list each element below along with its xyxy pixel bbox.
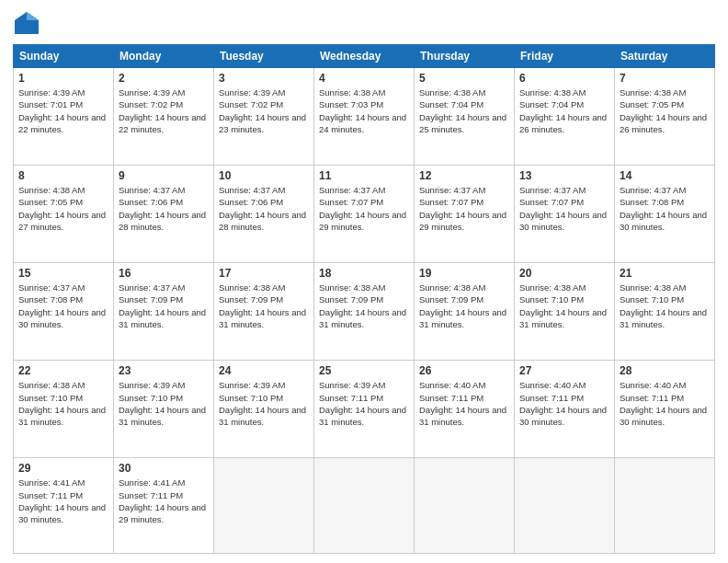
calendar-header-sunday: Sunday: [14, 45, 114, 68]
day-info: Sunrise: 4:39 AMSunset: 7:02 PMDaylight:…: [219, 86, 309, 135]
day-number: 21: [620, 267, 710, 280]
calendar-cell: 28Sunrise: 4:40 AMSunset: 7:11 PMDayligh…: [615, 361, 715, 458]
calendar-cell: 21Sunrise: 4:38 AMSunset: 7:10 PMDayligh…: [615, 263, 715, 361]
day-number: 19: [419, 267, 509, 280]
calendar-cell: 1Sunrise: 4:39 AMSunset: 7:01 PMDaylight…: [14, 68, 114, 166]
day-info: Sunrise: 4:39 AMSunset: 7:02 PMDaylight:…: [119, 86, 209, 135]
day-info: Sunrise: 4:41 AMSunset: 7:11 PMDaylight:…: [18, 477, 108, 525]
calendar-cell: 25Sunrise: 4:39 AMSunset: 7:11 PMDayligh…: [314, 361, 415, 458]
calendar-table: SundayMondayTuesdayWednesdayThursdayFrid…: [13, 44, 715, 554]
day-info: Sunrise: 4:38 AMSunset: 7:05 PMDaylight:…: [620, 86, 710, 135]
calendar-cell: 2Sunrise: 4:39 AMSunset: 7:02 PMDaylight…: [114, 68, 214, 166]
day-number: 9: [119, 169, 209, 182]
day-info: Sunrise: 4:38 AMSunset: 7:10 PMDaylight:…: [519, 282, 609, 330]
week-row-1: 1Sunrise: 4:39 AMSunset: 7:01 PMDaylight…: [14, 68, 715, 166]
calendar-header-monday: Monday: [114, 45, 214, 68]
day-number: 11: [319, 169, 409, 182]
calendar-cell: 14Sunrise: 4:37 AMSunset: 7:08 PMDayligh…: [615, 166, 715, 263]
calendar-cell: 8Sunrise: 4:38 AMSunset: 7:05 PMDaylight…: [14, 166, 114, 263]
week-row-2: 8Sunrise: 4:38 AMSunset: 7:05 PMDaylight…: [14, 166, 715, 263]
day-info: Sunrise: 4:38 AMSunset: 7:04 PMDaylight:…: [419, 86, 509, 135]
calendar-cell: 26Sunrise: 4:40 AMSunset: 7:11 PMDayligh…: [415, 361, 515, 458]
calendar-cell: 24Sunrise: 4:39 AMSunset: 7:10 PMDayligh…: [214, 361, 314, 458]
day-number: 1: [18, 72, 108, 85]
day-info: Sunrise: 4:39 AMSunset: 7:10 PMDaylight:…: [119, 379, 209, 428]
calendar-cell: 5Sunrise: 4:38 AMSunset: 7:04 PMDaylight…: [415, 68, 515, 166]
day-info: Sunrise: 4:37 AMSunset: 7:08 PMDaylight:…: [18, 282, 108, 330]
day-info: Sunrise: 4:39 AMSunset: 7:11 PMDaylight:…: [319, 379, 409, 428]
calendar-cell: 29Sunrise: 4:41 AMSunset: 7:11 PMDayligh…: [14, 458, 114, 554]
calendar-header-friday: Friday: [515, 45, 615, 68]
calendar-cell: [314, 458, 415, 554]
day-info: Sunrise: 4:38 AMSunset: 7:05 PMDaylight:…: [18, 184, 108, 233]
calendar-cell: 11Sunrise: 4:37 AMSunset: 7:07 PMDayligh…: [314, 166, 415, 263]
day-number: 23: [119, 364, 209, 377]
calendar-header-tuesday: Tuesday: [214, 45, 314, 68]
page: SundayMondayTuesdayWednesdayThursdayFrid…: [0, 0, 728, 563]
logo: [13, 9, 44, 37]
day-number: 6: [519, 72, 609, 85]
day-number: 20: [519, 267, 609, 280]
calendar-cell: 30Sunrise: 4:41 AMSunset: 7:11 PMDayligh…: [114, 458, 214, 554]
day-info: Sunrise: 4:37 AMSunset: 7:09 PMDaylight:…: [119, 282, 209, 330]
logo-icon: [13, 9, 40, 37]
day-info: Sunrise: 4:37 AMSunset: 7:08 PMDaylight:…: [620, 184, 710, 233]
calendar-cell: 9Sunrise: 4:37 AMSunset: 7:06 PMDaylight…: [114, 166, 214, 263]
day-number: 28: [620, 364, 710, 377]
day-number: 30: [119, 462, 209, 475]
calendar-cell: 6Sunrise: 4:38 AMSunset: 7:04 PMDaylight…: [515, 68, 615, 166]
calendar-cell: 23Sunrise: 4:39 AMSunset: 7:10 PMDayligh…: [114, 361, 214, 458]
day-info: Sunrise: 4:40 AMSunset: 7:11 PMDaylight:…: [419, 379, 509, 428]
day-number: 7: [620, 72, 710, 85]
calendar-cell: [615, 458, 715, 554]
day-number: 18: [319, 267, 409, 280]
day-info: Sunrise: 4:38 AMSunset: 7:10 PMDaylight:…: [18, 379, 108, 428]
day-info: Sunrise: 4:40 AMSunset: 7:11 PMDaylight:…: [620, 379, 710, 428]
calendar-body: 1Sunrise: 4:39 AMSunset: 7:01 PMDaylight…: [14, 68, 715, 554]
svg-marker-1: [27, 12, 39, 20]
calendar-header-thursday: Thursday: [415, 45, 515, 68]
week-row-4: 22Sunrise: 4:38 AMSunset: 7:10 PMDayligh…: [14, 361, 715, 458]
day-number: 8: [18, 169, 108, 182]
day-info: Sunrise: 4:37 AMSunset: 7:07 PMDaylight:…: [319, 184, 409, 233]
day-info: Sunrise: 4:37 AMSunset: 7:06 PMDaylight:…: [119, 184, 209, 233]
calendar-cell: 18Sunrise: 4:38 AMSunset: 7:09 PMDayligh…: [314, 263, 415, 361]
calendar-cell: [515, 458, 615, 554]
day-number: 17: [219, 267, 309, 280]
day-number: 12: [419, 169, 509, 182]
calendar-header-row: SundayMondayTuesdayWednesdayThursdayFrid…: [14, 45, 715, 68]
day-number: 22: [18, 364, 108, 377]
day-info: Sunrise: 4:38 AMSunset: 7:04 PMDaylight:…: [519, 86, 609, 135]
calendar-cell: 19Sunrise: 4:38 AMSunset: 7:09 PMDayligh…: [415, 263, 515, 361]
day-info: Sunrise: 4:38 AMSunset: 7:09 PMDaylight:…: [419, 282, 509, 330]
day-number: 27: [519, 364, 609, 377]
day-number: 13: [519, 169, 609, 182]
day-info: Sunrise: 4:38 AMSunset: 7:10 PMDaylight:…: [620, 282, 710, 330]
header: [13, 9, 715, 37]
calendar-cell: 16Sunrise: 4:37 AMSunset: 7:09 PMDayligh…: [114, 263, 214, 361]
svg-rect-2: [15, 20, 39, 34]
calendar-cell: 12Sunrise: 4:37 AMSunset: 7:07 PMDayligh…: [415, 166, 515, 263]
week-row-3: 15Sunrise: 4:37 AMSunset: 7:08 PMDayligh…: [14, 263, 715, 361]
day-info: Sunrise: 4:39 AMSunset: 7:10 PMDaylight:…: [219, 379, 309, 428]
day-number: 26: [419, 364, 509, 377]
calendar-cell: [415, 458, 515, 554]
calendar-cell: 20Sunrise: 4:38 AMSunset: 7:10 PMDayligh…: [515, 263, 615, 361]
calendar-cell: 13Sunrise: 4:37 AMSunset: 7:07 PMDayligh…: [515, 166, 615, 263]
calendar-cell: 10Sunrise: 4:37 AMSunset: 7:06 PMDayligh…: [214, 166, 314, 263]
calendar-cell: 3Sunrise: 4:39 AMSunset: 7:02 PMDaylight…: [214, 68, 314, 166]
day-info: Sunrise: 4:41 AMSunset: 7:11 PMDaylight:…: [119, 477, 209, 525]
calendar-cell: 15Sunrise: 4:37 AMSunset: 7:08 PMDayligh…: [14, 263, 114, 361]
day-info: Sunrise: 4:38 AMSunset: 7:03 PMDaylight:…: [319, 86, 409, 135]
day-number: 29: [18, 462, 108, 475]
day-number: 5: [419, 72, 509, 85]
day-info: Sunrise: 4:37 AMSunset: 7:07 PMDaylight:…: [419, 184, 509, 233]
calendar-cell: 22Sunrise: 4:38 AMSunset: 7:10 PMDayligh…: [14, 361, 114, 458]
day-number: 24: [219, 364, 309, 377]
day-number: 14: [620, 169, 710, 182]
calendar-cell: 7Sunrise: 4:38 AMSunset: 7:05 PMDaylight…: [615, 68, 715, 166]
day-number: 10: [219, 169, 309, 182]
day-info: Sunrise: 4:38 AMSunset: 7:09 PMDaylight:…: [219, 282, 309, 330]
calendar-cell: 27Sunrise: 4:40 AMSunset: 7:11 PMDayligh…: [515, 361, 615, 458]
day-info: Sunrise: 4:38 AMSunset: 7:09 PMDaylight:…: [319, 282, 409, 330]
